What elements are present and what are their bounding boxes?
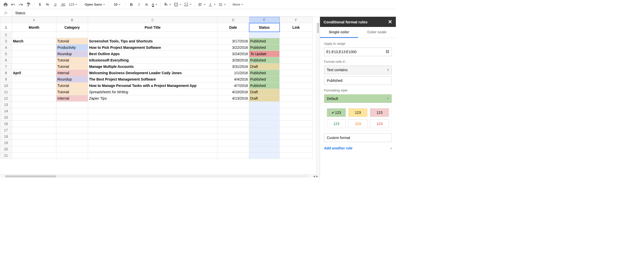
cell[interactable]: [249, 133, 280, 140]
cell[interactable]: 4/7/2016: [217, 83, 249, 89]
cell[interactable]: [217, 127, 249, 133]
row-header[interactable]: 7: [0, 64, 12, 70]
cell[interactable]: Tutorial: [56, 83, 88, 89]
cell[interactable]: [12, 64, 56, 70]
format-percent-button[interactable]: %: [44, 1, 51, 8]
cell[interactable]: Screenshot Tools, Tips and Shortcuts: [88, 38, 217, 44]
cell[interactable]: Tutorial: [56, 57, 88, 64]
grid-icon[interactable]: [385, 50, 389, 54]
header-cell[interactable]: Month: [12, 23, 56, 32]
cell[interactable]: Infusionsoft Everything: [88, 57, 217, 64]
cell[interactable]: [56, 127, 88, 133]
cell[interactable]: [280, 127, 313, 133]
cell[interactable]: [217, 146, 249, 152]
cell[interactable]: [88, 152, 217, 159]
cell[interactable]: [280, 64, 313, 70]
cell[interactable]: [88, 146, 217, 152]
cell[interactable]: [12, 44, 56, 51]
cell[interactable]: [12, 95, 56, 102]
more-formats-button[interactable]: 123: [67, 1, 79, 8]
cell[interactable]: Best Outline Apps: [88, 51, 217, 57]
cell[interactable]: [56, 146, 88, 152]
cell[interactable]: [249, 152, 280, 159]
row-header[interactable]: 9: [0, 76, 12, 83]
cell[interactable]: Zapier Tips: [88, 95, 217, 102]
cell[interactable]: Tutorial: [56, 64, 88, 70]
cell[interactable]: Published: [249, 57, 280, 64]
cell[interactable]: Published: [249, 83, 280, 89]
cell[interactable]: [280, 140, 313, 146]
header-cell[interactable]: Status: [249, 23, 280, 32]
row-header[interactable]: 19: [0, 140, 12, 146]
cell[interactable]: [88, 133, 217, 140]
row-header[interactable]: 10: [0, 83, 12, 89]
cell[interactable]: [12, 57, 56, 64]
cell[interactable]: Published: [249, 38, 280, 44]
cell[interactable]: How to Manage Personal Tasks with a Proj…: [88, 83, 217, 89]
cell[interactable]: Published: [249, 70, 280, 76]
cell[interactable]: Productivity: [56, 44, 88, 51]
text-wrap-button[interactable]: [217, 1, 227, 8]
cell[interactable]: 3/17/2016: [217, 38, 249, 44]
swatch-red-fill[interactable]: 123: [370, 108, 389, 117]
cell[interactable]: [12, 108, 56, 114]
cell[interactable]: [217, 32, 249, 38]
grid[interactable]: A B C D E F 1MonthCategoryPost TitleDate…: [0, 17, 313, 159]
cell[interactable]: [56, 32, 88, 38]
header-cell[interactable]: Date: [217, 23, 249, 32]
cell[interactable]: [280, 57, 313, 64]
cell[interactable]: [56, 152, 88, 159]
cell[interactable]: [280, 32, 313, 38]
cell[interactable]: Draft: [249, 95, 280, 102]
cell[interactable]: Draft: [249, 64, 280, 70]
cell[interactable]: [280, 70, 313, 76]
horizontal-align-button[interactable]: [197, 1, 207, 8]
paint-format-button[interactable]: [25, 1, 32, 8]
cell[interactable]: [12, 127, 56, 133]
cell[interactable]: [280, 76, 313, 83]
cell[interactable]: [280, 102, 313, 108]
row-header[interactable]: 4: [0, 44, 12, 51]
cell[interactable]: [280, 146, 313, 152]
cell[interactable]: [217, 102, 249, 108]
cell[interactable]: [217, 152, 249, 159]
cell[interactable]: 3/31/2016: [217, 64, 249, 70]
cell[interactable]: 3/29/2016: [217, 57, 249, 64]
cell[interactable]: March: [12, 38, 56, 44]
col-header-a[interactable]: A: [12, 17, 56, 23]
cell[interactable]: 4/4/2016: [217, 76, 249, 83]
col-header-e[interactable]: E: [249, 17, 280, 23]
cell[interactable]: [12, 152, 56, 159]
cell[interactable]: [280, 51, 313, 57]
format-currency-button[interactable]: $: [36, 1, 43, 8]
decrease-decimal-button[interactable]: .0: [52, 1, 59, 8]
header-cell[interactable]: Link: [280, 23, 313, 32]
swatch-orange-text[interactable]: 123: [348, 119, 367, 128]
row-header[interactable]: 1: [0, 23, 12, 32]
custom-format-button[interactable]: Custom format: [324, 133, 392, 142]
fill-color-button[interactable]: [163, 1, 172, 8]
cell[interactable]: Internal: [56, 70, 88, 76]
cell[interactable]: [88, 121, 217, 127]
cell[interactable]: [12, 121, 56, 127]
cell[interactable]: [12, 114, 56, 121]
cell[interactable]: [280, 152, 313, 159]
row-header[interactable]: 12: [0, 95, 12, 102]
cell[interactable]: The Best Project Management Software: [88, 76, 217, 83]
bold-button[interactable]: B: [128, 1, 135, 8]
range-input[interactable]: E1:E10,E13:E1000: [324, 48, 392, 56]
row-header[interactable]: 11: [0, 89, 12, 95]
swatch-green-text[interactable]: 123: [327, 119, 346, 128]
cell[interactable]: [280, 83, 313, 89]
increase-decimal-button[interactable]: .00: [59, 1, 67, 8]
row-header[interactable]: 3: [0, 38, 12, 44]
redo-button[interactable]: [17, 1, 24, 8]
cell[interactable]: Tutorial: [56, 38, 88, 44]
swatch-red-text[interactable]: 123: [370, 119, 389, 128]
close-icon[interactable]: ✕: [388, 19, 392, 25]
cell[interactable]: Draft: [249, 89, 280, 95]
cell[interactable]: To Update: [249, 51, 280, 57]
cell[interactable]: [280, 108, 313, 114]
italic-button[interactable]: I: [135, 1, 143, 8]
cell[interactable]: Roundup: [56, 76, 88, 83]
